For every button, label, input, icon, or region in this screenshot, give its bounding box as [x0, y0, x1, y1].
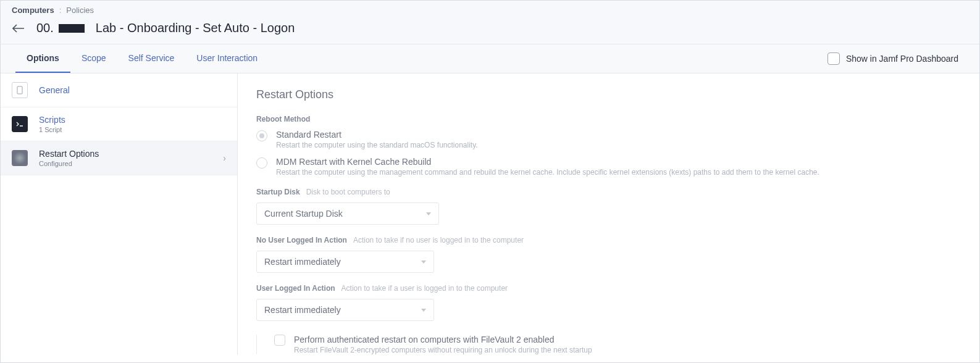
- option-desc: Restart the computer using the standard …: [276, 141, 478, 149]
- no-user-action-select[interactable]: Restart immediately: [256, 251, 434, 273]
- sidebar-item-general[interactable]: General: [1, 73, 237, 107]
- radio-mdm-restart[interactable]: MDM Restart with Kernel Cache Rebuild Re…: [256, 157, 961, 177]
- arrow-left-icon: [12, 24, 25, 33]
- user-action-select[interactable]: Restart immediately: [256, 299, 434, 321]
- policy-id-prefix: 00.: [36, 21, 85, 35]
- main-panel: Restart Options Reboot Method Standard R…: [238, 73, 979, 355]
- tab-self-service[interactable]: Self Service: [117, 44, 186, 73]
- radio-icon: [256, 130, 267, 141]
- show-in-dashboard-label: Show in Jamf Pro Dashboard: [846, 54, 958, 64]
- tab-options[interactable]: Options: [15, 44, 70, 73]
- option-title: Perform authenticated restart on compute…: [294, 335, 592, 344]
- option-desc: Restart the computer using the managemen…: [276, 168, 819, 177]
- select-value: Current Startup Disk: [264, 209, 343, 219]
- general-icon: [12, 82, 28, 98]
- select-value: Restart immediately: [264, 305, 341, 315]
- restart-icon: [12, 150, 28, 166]
- sidebar-item-sublabel: Configured: [39, 160, 99, 167]
- chevron-down-icon: [421, 261, 426, 264]
- reboot-method-label: Reboot Method: [256, 115, 961, 123]
- breadcrumb-leaf[interactable]: Policies: [66, 6, 94, 15]
- sidebar-item-sublabel: 1 Script: [39, 126, 65, 133]
- user-action-label: User Logged In ActionAction to take if a…: [256, 284, 961, 293]
- breadcrumb: Computers : Policies: [1, 1, 979, 17]
- select-value: Restart immediately: [264, 257, 341, 267]
- sidebar-item-scripts[interactable]: Scripts 1 Script: [1, 107, 237, 141]
- back-button[interactable]: [12, 22, 25, 35]
- radio-standard-restart[interactable]: Standard Restart Restart the computer us…: [256, 130, 961, 149]
- checkbox-icon: [274, 335, 285, 346]
- no-user-action-label: No User Logged In ActionAction to take i…: [256, 236, 961, 244]
- tab-scope[interactable]: Scope: [70, 44, 117, 73]
- breadcrumb-sep: :: [59, 6, 62, 15]
- option-title: MDM Restart with Kernel Cache Rebuild: [276, 157, 819, 167]
- checkbox-icon: [827, 52, 840, 65]
- filevault-auth-restart-toggle[interactable]: Perform authenticated restart on compute…: [256, 335, 961, 354]
- option-desc: Restart FileVault 2-encrypted computers …: [294, 346, 592, 354]
- scripts-icon: [12, 116, 28, 132]
- radio-icon: [256, 157, 267, 169]
- chevron-down-icon: [426, 212, 431, 215]
- page-title: Lab - Onboarding - Set Auto - Logon: [96, 21, 295, 35]
- panel-title: Restart Options: [256, 88, 961, 101]
- tabbar: Options Scope Self Service User Interact…: [1, 44, 979, 73]
- svg-rect-0: [17, 86, 22, 94]
- startup-disk-select[interactable]: Current Startup Disk: [256, 202, 439, 225]
- chevron-down-icon: [421, 309, 426, 312]
- sidebar-item-label: Restart Options: [39, 149, 99, 159]
- show-in-dashboard-toggle[interactable]: Show in Jamf Pro Dashboard: [827, 52, 965, 65]
- options-sidebar: General Scripts 1 Script Restart Options…: [1, 73, 238, 355]
- redacted-block: [59, 24, 85, 33]
- option-title: Standard Restart: [276, 130, 478, 140]
- sidebar-item-restart-options[interactable]: Restart Options Configured ›: [1, 141, 237, 175]
- chevron-right-icon: ›: [223, 153, 226, 163]
- tab-user-interaction[interactable]: User Interaction: [185, 44, 269, 73]
- breadcrumb-root[interactable]: Computers: [12, 6, 54, 15]
- sidebar-item-label: Scripts: [39, 115, 65, 125]
- startup-disk-label: Startup DiskDisk to boot computers to: [256, 188, 961, 196]
- sidebar-item-label: General: [39, 85, 70, 95]
